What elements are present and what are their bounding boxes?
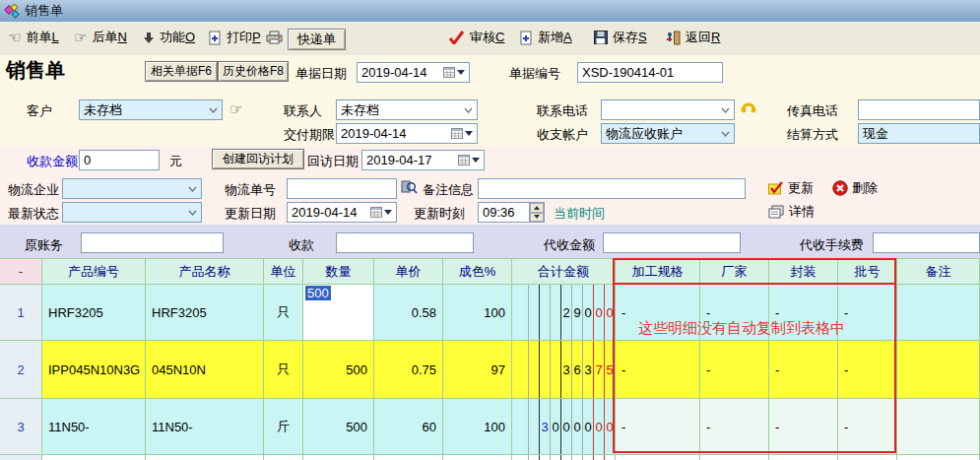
cell-product-name[interactable]: HRF3205 [146, 285, 264, 340]
cell-maker[interactable]: - [700, 341, 769, 398]
account-select[interactable]: 物流应收账户 [601, 123, 735, 144]
cell-purity[interactable]: 97 [443, 341, 512, 398]
cell-product-name[interactable]: 11N50- [146, 399, 264, 454]
fax-input[interactable] [858, 99, 980, 120]
column-header-12[interactable]: 备注 [897, 259, 980, 284]
cell-unit[interactable]: 斤 [264, 399, 303, 454]
column-header-7[interactable]: 合计金额 [512, 259, 616, 284]
phone-select[interactable] [601, 99, 735, 120]
column-header-3[interactable]: 单位 [264, 259, 303, 284]
calendar-icon[interactable] [370, 207, 392, 218]
cell-product-code[interactable]: 11N50- [42, 399, 146, 454]
function-button[interactable]: 功能O [143, 29, 195, 46]
current-time-link[interactable]: 当前时间 [554, 205, 605, 223]
create-visit-plan-button[interactable]: 创建回访计划 [212, 149, 304, 169]
time-spinner[interactable] [529, 203, 544, 222]
receive-amount-input[interactable]: 0 [79, 150, 160, 170]
note-input[interactable] [478, 178, 746, 199]
cell-amount[interactable]: 3000000 [512, 399, 616, 454]
history-price-button[interactable]: 历史价格F8 [218, 61, 289, 82]
search-doc-icon[interactable] [401, 179, 418, 197]
cell-qty[interactable]: 500 [303, 285, 374, 340]
column-header-4[interactable]: 数量 [303, 259, 374, 284]
cell-batch[interactable]: - [838, 285, 897, 340]
next-order-button[interactable]: ☞ 后单N [74, 29, 127, 46]
cell-amount[interactable]: 29000 [512, 285, 616, 340]
column-header-0[interactable]: - [0, 259, 42, 284]
cell-spec[interactable]: - [616, 399, 700, 454]
row-number[interactable]: 2 [0, 341, 42, 398]
delete-button[interactable]: 删除 [832, 179, 878, 197]
contact-select[interactable]: 未存档 [336, 99, 478, 120]
cell-pack[interactable]: - [769, 341, 838, 398]
column-header-1[interactable]: 产品编号 [42, 259, 146, 284]
update-button[interactable]: 更新 [768, 179, 814, 197]
table-row-2[interactable]: 2IPP045N10N3G045N10N只5000.759736375---- [0, 341, 980, 399]
column-header-6[interactable]: 成色% [443, 259, 512, 284]
add-button[interactable]: 新增A [520, 29, 572, 46]
cell-product-code[interactable]: IPP045N10N3G [42, 341, 146, 398]
chevron-down-icon[interactable] [718, 107, 730, 113]
cell-qty[interactable]: 500 [303, 399, 374, 454]
column-header-11[interactable]: 批号 [838, 259, 897, 284]
prev-order-button[interactable]: ☜ 前单L [8, 29, 59, 46]
audit-button[interactable]: 审核C [448, 29, 504, 46]
cell-qty[interactable]: 500 [303, 341, 374, 398]
cell-unit[interactable]: 只 [264, 285, 303, 340]
calendar-icon[interactable] [443, 67, 465, 78]
cell-note[interactable] [897, 341, 980, 398]
row-number[interactable]: 3 [0, 399, 42, 454]
chevron-down-icon[interactable] [718, 131, 730, 137]
doc-date-field[interactable]: 2019-04-14 [357, 62, 470, 83]
phone-icon[interactable] [740, 99, 757, 117]
cell-product-code[interactable]: HRF3205 [42, 285, 146, 340]
receipt-input[interactable] [336, 232, 474, 253]
cell-product-name[interactable]: 045N10N [146, 341, 264, 398]
cell-purity[interactable]: 100 [443, 285, 512, 340]
collect-input[interactable] [603, 232, 741, 253]
cell-spec[interactable]: - [616, 341, 700, 398]
row-number[interactable]: 1 [0, 285, 42, 340]
update-time-field[interactable]: 09:36 [478, 202, 545, 223]
delivery-date-field[interactable]: 2019-04-14 [336, 123, 478, 144]
update-date-field[interactable]: 2019-04-14 [287, 202, 397, 223]
collect-fee-input[interactable] [873, 232, 980, 253]
cell-purity[interactable]: 100 [443, 399, 512, 454]
cell-batch[interactable]: - [838, 341, 897, 398]
old-account-input[interactable] [81, 232, 224, 253]
chevron-down-icon[interactable] [461, 107, 473, 113]
related-docs-button[interactable]: 相关单据F6 [145, 61, 218, 82]
pick-customer-hand-icon[interactable]: ☞ [229, 100, 242, 118]
status-select[interactable] [62, 202, 202, 223]
cell-maker[interactable]: - [700, 399, 769, 454]
cell-price[interactable]: 0.75 [374, 341, 443, 398]
chevron-down-icon[interactable] [185, 186, 197, 192]
express-order-button[interactable]: 快递单 [288, 29, 346, 50]
cell-price[interactable]: 60 [374, 399, 443, 454]
column-header-10[interactable]: 封装 [769, 259, 838, 284]
chevron-down-icon[interactable] [206, 107, 218, 113]
column-header-8[interactable]: 加工规格 [616, 259, 700, 284]
save-button[interactable]: 保存S [594, 29, 647, 46]
column-header-2[interactable]: 产品名称 [146, 259, 264, 284]
settle-input[interactable]: 现金 [858, 123, 980, 144]
cell-batch[interactable]: - [838, 399, 897, 454]
calendar-icon[interactable] [451, 128, 473, 139]
cell-note[interactable] [897, 399, 980, 454]
cell-pack[interactable]: - [769, 399, 838, 454]
logistics-select[interactable] [62, 178, 202, 199]
column-header-9[interactable]: 厂家 [700, 259, 769, 284]
detail-button[interactable]: 详情 [768, 203, 815, 221]
column-header-5[interactable]: 单价 [374, 259, 443, 284]
visit-date-field[interactable]: 2019-04-17 [361, 150, 485, 170]
cell-unit[interactable]: 只 [264, 341, 303, 398]
waybill-input[interactable] [287, 178, 397, 199]
customer-select[interactable]: 未存档 [79, 99, 223, 120]
cell-amount[interactable]: 36375 [512, 341, 616, 398]
table-row-3[interactable]: 311N50-11N50-斤500601003000000---- [0, 399, 980, 455]
doc-no-input[interactable]: XSD-190414-01 [577, 62, 723, 83]
back-button[interactable]: 返回R [666, 29, 720, 46]
print-button[interactable]: 打印P [209, 29, 283, 46]
calendar-icon[interactable] [458, 155, 480, 165]
qty-edit-selection[interactable]: 500 [305, 286, 331, 300]
